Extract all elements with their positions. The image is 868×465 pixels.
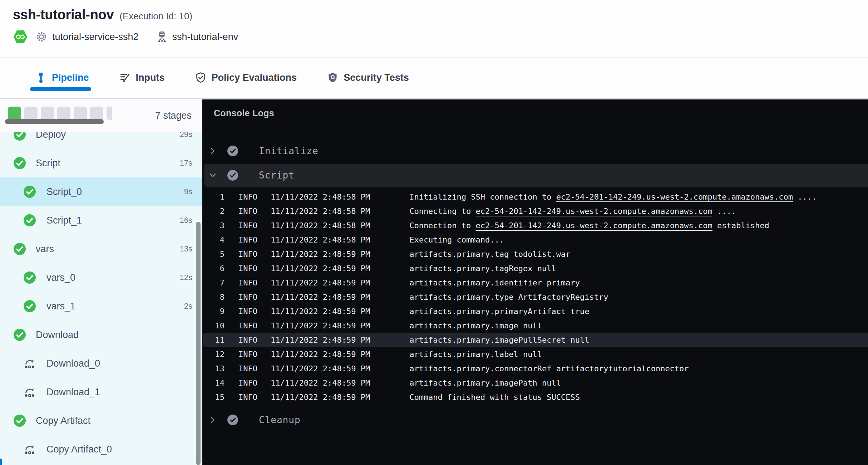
execution-id: (Execution Id: 10) bbox=[119, 11, 192, 22]
log-line-10[interactable]: 10INFO11/11/2022 2:48:59 PMartifacts.pri… bbox=[202, 318, 868, 333]
log-line-7[interactable]: 7INFO11/11/2022 2:48:59 PMartifacts.prim… bbox=[202, 275, 868, 290]
pipeline-icon bbox=[35, 72, 47, 84]
stage-name: Download_0 bbox=[46, 358, 100, 369]
meta-row: tutorial-service-ssh2 ssh-tutorial-env bbox=[13, 30, 868, 44]
stage-name: Copy Artifact_0 bbox=[46, 444, 112, 455]
environment-icon bbox=[157, 31, 167, 43]
log-timestamp: 11/11/2022 2:48:59 PM bbox=[271, 393, 370, 402]
stages-count: 7 stages bbox=[155, 110, 192, 121]
log-timestamp: 11/11/2022 2:48:59 PM bbox=[271, 321, 370, 330]
stage-name: vars_1 bbox=[46, 301, 75, 312]
success-check-icon bbox=[24, 186, 36, 198]
log-line-8[interactable]: 8INFO11/11/2022 2:48:59 PMartifacts.prim… bbox=[202, 290, 868, 304]
stage-row-script-1[interactable]: Script_116s bbox=[0, 206, 202, 235]
page-title: ssh-tutorial-nov bbox=[13, 7, 114, 23]
log-timestamp: 11/11/2022 2:48:59 PM bbox=[271, 350, 370, 359]
log-level: INFO bbox=[238, 321, 257, 330]
success-check-icon bbox=[14, 157, 26, 169]
log-line-14[interactable]: 14INFO11/11/2022 2:48:59 PMartifacts.pri… bbox=[202, 376, 868, 390]
stage-row-copy-artifact-0[interactable]: Copy Artifact_0 bbox=[0, 435, 202, 464]
stage-duration: 16s bbox=[180, 216, 192, 225]
tab-inputs[interactable]: Inputs bbox=[119, 58, 165, 98]
stage-name: Download_1 bbox=[46, 387, 100, 398]
log-message: artifacts.primary.primaryArtifact true bbox=[409, 307, 589, 316]
log-line-15[interactable]: 15INFO11/11/2022 2:48:59 PMCommand finis… bbox=[202, 390, 868, 404]
tab-security-tests[interactable]: Security Tests bbox=[327, 58, 409, 98]
log-section-initialize[interactable]: Initialize bbox=[202, 138, 868, 164]
tab-policy-evaluations[interactable]: Policy Evaluations bbox=[195, 58, 297, 98]
stage-row-download[interactable]: Download bbox=[0, 320, 202, 349]
sidebar-vertical-scrollbar[interactable] bbox=[196, 222, 201, 465]
log-line-number: 15 bbox=[207, 393, 225, 402]
log-host-link[interactable]: ec2-54-201-142-249.us-west-2.compute.ama… bbox=[556, 192, 793, 201]
success-check-icon bbox=[24, 214, 36, 226]
log-line-2[interactable]: 2INFO11/11/2022 2:48:58 PMConnecting to … bbox=[202, 204, 868, 218]
stage-row-copy-artifact[interactable]: Copy Artifact bbox=[0, 406, 202, 435]
log-timestamp: 11/11/2022 2:48:59 PM bbox=[271, 378, 370, 387]
log-host-link[interactable]: ec2-54-201-142-249.us-west-2.compute.ama… bbox=[476, 221, 712, 230]
log-level: INFO bbox=[238, 207, 257, 216]
stage-name: Download bbox=[36, 329, 79, 341]
stage-row-script-0[interactable]: Script_09s bbox=[0, 177, 202, 206]
log-line-13[interactable]: 13INFO11/11/2022 2:48:59 PMartifacts.pri… bbox=[202, 361, 868, 376]
log-level: INFO bbox=[238, 264, 257, 273]
log-host-link[interactable]: ec2-54-201-142-249.us-west-2.compute.ama… bbox=[476, 207, 712, 216]
stage-row-download-1[interactable]: Download_1 bbox=[0, 378, 202, 406]
log-message: artifacts.primary.tagRegex null bbox=[409, 264, 556, 273]
gear-icon bbox=[36, 31, 47, 43]
log-line-6[interactable]: 6INFO11/11/2022 2:48:59 PMartifacts.prim… bbox=[202, 261, 868, 275]
stage-progress-square bbox=[107, 107, 112, 120]
section-success-icon bbox=[227, 170, 238, 181]
log-level: INFO bbox=[238, 250, 257, 259]
tab-label: Security Tests bbox=[344, 72, 409, 83]
log-level: INFO bbox=[238, 350, 257, 359]
stage-progress-square bbox=[90, 107, 103, 120]
log-line-3[interactable]: 3INFO11/11/2022 2:48:58 PMConnection to … bbox=[202, 218, 868, 232]
log-timestamp: 11/11/2022 2:48:59 PM bbox=[271, 307, 370, 316]
stage-row-vars[interactable]: vars13s bbox=[0, 235, 202, 263]
rollback-icon bbox=[24, 443, 36, 455]
stage-row-script[interactable]: Script17s bbox=[0, 149, 202, 177]
stage-name: Script_1 bbox=[46, 215, 82, 226]
log-line-11[interactable]: 11INFO11/11/2022 2:48:59 PMartifacts.pri… bbox=[203, 333, 868, 347]
environment-meta[interactable]: ssh-tutorial-env bbox=[157, 31, 238, 43]
log-section-script[interactable]: Script bbox=[204, 164, 868, 187]
log-line-4[interactable]: 4INFO11/11/2022 2:48:58 PMExecuting comm… bbox=[202, 232, 868, 247]
log-section-cleanup[interactable]: Cleanup bbox=[202, 406, 868, 434]
log-line-1[interactable]: 1INFO11/11/2022 2:48:58 PMInitializing S… bbox=[202, 190, 868, 204]
content-area: Deploy29sScript17sScript_09sScript_116sv… bbox=[0, 99, 868, 465]
console-body: Initialize Script 1INFO11/11/2022 2:48:5… bbox=[202, 138, 868, 434]
log-line-number: 13 bbox=[207, 364, 225, 373]
log-line-12[interactable]: 12INFO11/11/2022 2:48:59 PMartifacts.pri… bbox=[202, 347, 868, 361]
success-check-icon bbox=[14, 243, 26, 255]
security-shield-icon bbox=[327, 72, 339, 84]
log-line-number: 10 bbox=[207, 321, 225, 330]
stage-name: Copy Artifact bbox=[36, 415, 90, 426]
log-line-number: 6 bbox=[207, 264, 225, 273]
log-level: INFO bbox=[238, 364, 257, 373]
service-meta[interactable]: tutorial-service-ssh2 bbox=[36, 31, 139, 43]
chevron-right-icon[interactable] bbox=[209, 416, 217, 424]
stage-progress-square bbox=[41, 107, 54, 120]
stage-row-vars-0[interactable]: vars_012s bbox=[0, 263, 202, 292]
log-message: Command finished with status SUCCESS bbox=[409, 393, 580, 402]
log-line-number: 12 bbox=[207, 350, 225, 359]
stage-name: vars bbox=[36, 244, 54, 255]
log-line-5[interactable]: 5INFO11/11/2022 2:48:59 PMartifacts.prim… bbox=[202, 247, 868, 261]
stage-row-download-0[interactable]: Download_0 bbox=[0, 349, 202, 378]
bottom-left-accent-strip bbox=[0, 459, 2, 465]
log-message: artifacts.primary.connectorRef artifacto… bbox=[409, 364, 689, 373]
inputs-icon bbox=[119, 72, 131, 84]
log-message: artifacts.primary.label null bbox=[409, 350, 542, 359]
chevron-right-icon[interactable] bbox=[209, 147, 217, 155]
stage-duration: 9s bbox=[184, 187, 192, 196]
stage-row-vars-1[interactable]: vars_12s bbox=[0, 292, 202, 320]
tab-pipeline[interactable]: Pipeline bbox=[35, 58, 89, 98]
log-timestamp: 11/11/2022 2:48:58 PM bbox=[271, 207, 370, 216]
horizontal-scrollbar[interactable] bbox=[5, 119, 104, 124]
service-name: tutorial-service-ssh2 bbox=[52, 31, 139, 43]
section-success-icon bbox=[227, 146, 238, 156]
chevron-down-icon[interactable] bbox=[209, 171, 217, 179]
log-line-9[interactable]: 9INFO11/11/2022 2:48:59 PMartifacts.prim… bbox=[202, 304, 868, 318]
stage-name: vars_0 bbox=[46, 272, 75, 283]
